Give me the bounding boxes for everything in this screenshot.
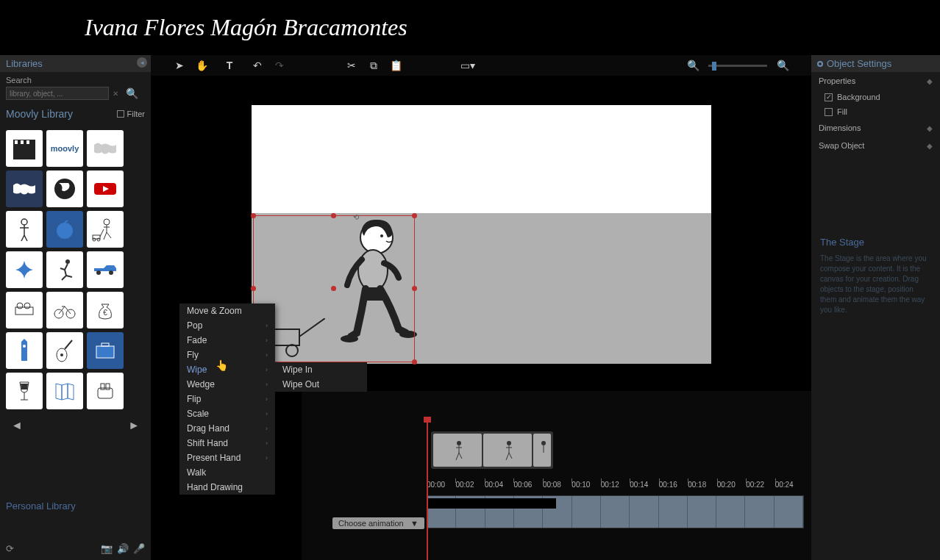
copy-icon[interactable]: ⧉ [367, 59, 380, 72]
stage-canvas[interactable]: ⟲ [252, 105, 711, 364]
background-row[interactable]: ✓ Background [811, 90, 940, 104]
menu-shift-hand[interactable]: Shift Hand› [179, 436, 275, 450]
lib-toaster[interactable] [87, 373, 124, 409]
next-page-icon[interactable]: ► [128, 419, 140, 432]
resize-handle-tl[interactable] [251, 213, 256, 218]
pointer-tool-icon[interactable]: ➤ [173, 59, 186, 72]
lib-star-blue[interactable] [6, 251, 43, 288]
fill-checkbox[interactable] [825, 108, 833, 116]
mic-icon[interactable]: 🎤 [133, 543, 145, 554]
lib-youtube[interactable] [87, 170, 124, 207]
menu-move-zoom[interactable]: Move & Zoom [179, 304, 275, 318]
rotate-handle-icon[interactable]: ⟲ [353, 213, 359, 221]
zoom-in-icon[interactable]: 🔍 [776, 59, 789, 72]
resize-handle-ml[interactable] [251, 286, 256, 291]
background-label: Background [837, 93, 880, 101]
redo-icon[interactable]: ↷ [273, 59, 286, 72]
properties-section[interactable]: Properties ◆ [811, 72, 940, 90]
search-icon[interactable]: 🔍 [126, 87, 138, 99]
moovly-library-label[interactable]: Moovly Library [6, 108, 73, 120]
menu-drag-hand[interactable]: Drag Hand› [179, 421, 275, 436]
selection-box[interactable]: ⟲ [253, 215, 415, 362]
collapse-libraries-button[interactable]: ◂ [137, 57, 147, 68]
timeline-clip[interactable] [427, 498, 556, 509]
camera-icon[interactable]: 📷 [101, 543, 113, 554]
lib-bigben[interactable] [6, 332, 43, 369]
lib-brochure[interactable] [46, 373, 83, 409]
expand-icon[interactable]: ◆ [927, 77, 933, 85]
choose-animation-dropdown[interactable]: Choose animation ▼ [332, 517, 424, 529]
lib-apple[interactable] [46, 211, 83, 248]
playhead[interactable] [427, 417, 428, 560]
zoom-slider[interactable] [708, 65, 767, 67]
menu-scale[interactable]: Scale› [179, 406, 275, 421]
submenu-wipe-out[interactable]: Wipe Out [275, 377, 367, 392]
swap-object-section[interactable]: Swap Object ◆ [811, 137, 940, 154]
lib-wineglass[interactable] [6, 373, 43, 409]
fill-label: Fill [837, 107, 847, 116]
menu-wedge[interactable]: Wedge› [179, 377, 275, 392]
text-tool-icon[interactable]: T [223, 59, 236, 72]
menu-walk[interactable]: Walk [179, 465, 275, 480]
svg-rect-29 [102, 343, 109, 346]
project-title: Ivana Flores Magón Bracamontes [85, 14, 407, 41]
menu-hand-drawing[interactable]: Hand Drawing [179, 480, 275, 495]
lib-moovly[interactable]: moovly [46, 130, 83, 167]
lib-pickup[interactable] [87, 251, 124, 288]
lib-clapper[interactable] [6, 130, 43, 167]
expand-icon[interactable]: ◆ [927, 124, 933, 132]
lib-worldmap-dark[interactable] [6, 170, 43, 207]
resize-handle-mm[interactable] [331, 286, 336, 291]
timeline-ruler[interactable]: 00:00 00:02 00:04 00:06 00:08 00:10 00:1… [427, 481, 804, 495]
search-input[interactable] [6, 87, 109, 100]
tick: 00:08 [543, 481, 572, 495]
dimensions-section[interactable]: Dimensions ◆ [811, 119, 940, 137]
filter-checkbox[interactable] [117, 110, 124, 118]
arrange-icon[interactable]: ▭▾ [461, 59, 474, 72]
expand-icon[interactable]: ◆ [927, 142, 933, 150]
menu-pop[interactable]: Pop› [179, 318, 275, 333]
properties-label: Properties [819, 76, 855, 85]
svg-point-44 [507, 441, 511, 445]
resize-handle-mr[interactable] [412, 286, 417, 291]
paste-icon[interactable]: 📋 [389, 59, 402, 72]
zoom-out-icon[interactable]: 🔍 [686, 59, 699, 72]
lib-briefcase[interactable] [87, 332, 124, 369]
lib-worldmap-light[interactable] [87, 130, 124, 167]
lib-globe[interactable] [46, 170, 83, 207]
sound-icon[interactable]: 🔊 [117, 543, 129, 554]
personal-library-label[interactable]: Personal Library [0, 495, 151, 517]
lib-man-standing[interactable] [6, 211, 43, 248]
lib-moneybag[interactable]: € [87, 292, 124, 329]
lib-bicycle[interactable] [46, 292, 83, 329]
library-grid: moovly € [0, 124, 151, 415]
timeline-track[interactable] [427, 495, 804, 528]
filter-group[interactable]: Filter [117, 110, 145, 118]
clip-thumb-2[interactable] [483, 434, 532, 467]
lib-projector[interactable] [6, 292, 43, 329]
resize-handle-tr[interactable] [412, 213, 417, 218]
clear-search-icon[interactable]: ✕ [113, 90, 118, 98]
clip-thumbnails[interactable] [431, 431, 553, 469]
resize-handle-tm[interactable] [331, 213, 336, 218]
undo-icon[interactable]: ↶ [251, 59, 264, 72]
menu-present-hand[interactable]: Present Hand› [179, 450, 275, 465]
resize-handle-br[interactable] [412, 359, 417, 365]
hand-tool-icon[interactable]: ✋ [195, 59, 208, 72]
menu-fade[interactable]: Fade› [179, 333, 275, 348]
clip-thumb-1[interactable] [433, 434, 482, 467]
fill-row[interactable]: Fill [811, 104, 940, 119]
lib-runner[interactable] [46, 251, 83, 288]
cut-icon[interactable]: ✂ [345, 59, 358, 72]
submenu-wipe-in[interactable]: Wipe In [275, 362, 367, 377]
clip-thumb-3[interactable] [533, 434, 551, 467]
timeline-panel: 00:00 00:02 00:04 00:06 00:08 00:10 00:1… [302, 391, 811, 560]
svg-rect-23 [21, 342, 27, 361]
lib-boy-wagon[interactable] [87, 211, 124, 248]
svg-point-9 [104, 219, 110, 225]
menu-flip[interactable]: Flip› [179, 392, 275, 406]
lib-guitar[interactable] [46, 332, 83, 369]
prev-page-icon[interactable]: ◄ [11, 419, 23, 432]
refresh-icon[interactable]: ⟳ [6, 543, 14, 554]
background-checkbox[interactable]: ✓ [825, 93, 833, 101]
